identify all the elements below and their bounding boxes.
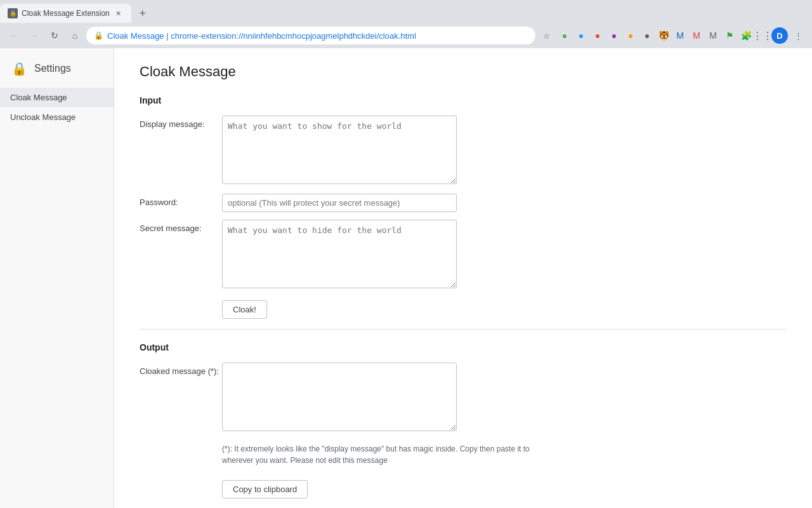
ext-icon-9[interactable]: M — [689, 28, 704, 43]
sidebar-item-uncloak-message[interactable]: Uncloak Message — [0, 107, 114, 127]
password-row: Password: — [140, 194, 787, 212]
cloaked-message-textarea[interactable] — [222, 363, 457, 431]
ext-icon-7[interactable]: 🐯 — [656, 28, 671, 43]
output-note: (*): It extremely looks like the "displa… — [222, 443, 533, 466]
cloak-button[interactable]: Cloak! — [222, 300, 267, 319]
home-button[interactable]: ⌂ — [66, 27, 84, 44]
input-section-label: Input — [140, 95, 787, 105]
cloaked-message-field-wrapper — [222, 363, 457, 433]
goback-button-wrapper: Go back — [222, 504, 787, 508]
password-field-wrapper — [222, 194, 457, 212]
input-section: Input Display message: Password: Secret … — [140, 95, 787, 319]
address-url: Cloak Message | chrome-extension://nniin… — [107, 31, 528, 41]
secret-message-textarea[interactable] — [222, 220, 457, 288]
ext-icon-5[interactable]: ● — [623, 28, 638, 43]
ext-icon-1[interactable]: ● — [557, 28, 572, 43]
ext-icon-4[interactable]: ● — [606, 28, 622, 43]
sidebar-nav: Cloak Message Uncloak Message — [0, 88, 114, 127]
reload-button[interactable]: ↻ — [46, 27, 63, 44]
bookmark-icon[interactable]: ☆ — [538, 27, 556, 44]
address-bar-row: ← → ↻ ⌂ 🔒 Cloak Message | chrome-extensi… — [0, 23, 812, 48]
output-note-row: (*): It extremely looks like the "displa… — [140, 441, 787, 466]
profile-avatar[interactable]: D — [771, 27, 788, 44]
chrome-menu-icon[interactable]: ⋮ — [789, 27, 807, 44]
main-content: Cloak Message Input Display message: Pas… — [114, 48, 812, 508]
page-title: Cloak Message — [140, 64, 787, 80]
app-container: 🔒 Settings Cloak Message Uncloak Message… — [0, 48, 812, 508]
display-message-field-wrapper — [222, 116, 457, 186]
copy-button-wrapper: Copy to clipboard — [222, 474, 787, 498]
display-message-label: Display message: — [140, 116, 222, 129]
new-tab-button[interactable]: + — [134, 4, 152, 22]
password-label: Password: — [140, 194, 222, 207]
sidebar-title: Settings — [34, 63, 71, 74]
puzzle-icon[interactable]: 🧩 — [738, 28, 754, 43]
display-message-textarea[interactable] — [222, 116, 457, 184]
tab-title: Cloak Message Extension — [22, 9, 110, 18]
output-note-spacer — [140, 441, 222, 444]
ext-icon-6[interactable]: ● — [639, 28, 655, 43]
secret-message-row: Secret message: — [140, 220, 787, 290]
back-button[interactable]: ← — [5, 27, 23, 44]
sidebar-item-cloak-message[interactable]: Cloak Message — [0, 88, 114, 107]
ext-icon-3[interactable]: ● — [590, 28, 605, 43]
cloaked-message-row: Cloaked message (*): — [140, 363, 787, 433]
copy-to-clipboard-button[interactable]: Copy to clipboard — [222, 480, 308, 498]
ext-icon-11[interactable]: ⚑ — [722, 28, 737, 43]
password-input[interactable] — [222, 194, 457, 212]
section-divider — [140, 329, 787, 330]
output-section-label: Output — [140, 342, 787, 352]
ext-icon-10[interactable]: M — [705, 28, 721, 43]
address-lock-icon: 🔒 — [94, 31, 103, 40]
browser-chrome: 🔒 Cloak Message Extension ✕ + ← → ↻ ⌂ 🔒 … — [0, 0, 812, 48]
output-buttons-row: Copy to clipboard Go back — [222, 474, 787, 508]
cloaked-message-label: Cloaked message (*): — [140, 363, 222, 376]
ext-icon-2[interactable]: ● — [573, 28, 589, 43]
ext-icon-8[interactable]: M — [672, 28, 688, 43]
cloak-button-row: Cloak! — [140, 298, 787, 319]
output-section: Output Cloaked message (*): (*): It extr… — [140, 342, 787, 508]
tab-close-button[interactable]: ✕ — [114, 8, 124, 18]
tab-bar: 🔒 Cloak Message Extension ✕ + — [0, 0, 812, 23]
sidebar-logo-icon: 🔒 — [10, 60, 28, 77]
display-message-row: Display message: — [140, 116, 787, 186]
tab-favicon: 🔒 — [8, 8, 18, 18]
secret-message-label: Secret message: — [140, 220, 222, 233]
forward-button[interactable]: → — [25, 27, 43, 44]
address-bar[interactable]: 🔒 Cloak Message | chrome-extension://nni… — [86, 27, 535, 44]
sidebar: 🔒 Settings Cloak Message Uncloak Message — [0, 48, 114, 508]
menu-icon[interactable]: ⋮⋮ — [755, 28, 770, 43]
active-tab[interactable]: 🔒 Cloak Message Extension ✕ — [0, 4, 131, 23]
sidebar-header: 🔒 Settings — [0, 55, 114, 88]
secret-message-field-wrapper — [222, 220, 457, 290]
toolbar-icons: ☆ ● ● ● ● ● ● 🐯 M M M ⚑ 🧩 ⋮⋮ D ⋮ — [538, 27, 807, 44]
